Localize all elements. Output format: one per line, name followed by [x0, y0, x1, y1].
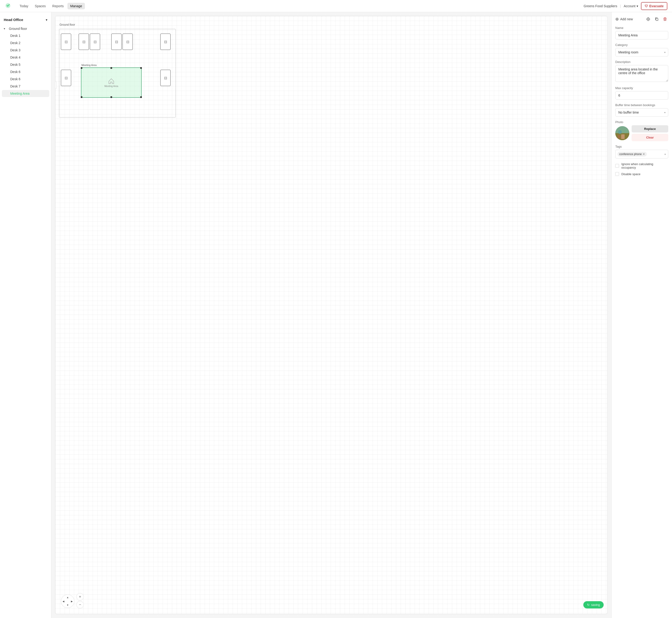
tags-input[interactable]: conference phone ✕ ▾ [615, 150, 668, 159]
target-icon-button[interactable] [645, 16, 652, 22]
desk-canvas-4[interactable]: ⊟ [111, 33, 121, 50]
tag-remove-button[interactable]: ✕ [643, 152, 645, 156]
sidebar-floor-ground[interactable]: ▾ Ground floor [0, 25, 51, 32]
desk-icon-4: ⊟ [115, 40, 118, 44]
desk-canvas-7[interactable]: ⊟ [61, 70, 71, 86]
sidebar-item-desk6a[interactable]: Desk 6 [2, 68, 49, 75]
evacuate-icon: 🛡 [645, 4, 648, 8]
building-selector[interactable]: Head Office ▾ [0, 16, 51, 25]
desk-icon-8: ⊟ [164, 76, 167, 80]
panel-header-icons [645, 16, 668, 22]
description-label: Description [615, 60, 668, 64]
name-input[interactable] [615, 31, 668, 39]
buffer-time-select[interactable]: No buffer time5 minutes10 minutes15 minu… [615, 108, 668, 117]
tags-dropdown-icon: ▾ [665, 153, 666, 156]
sidebar-item-desk7[interactable]: Desk 7 [2, 83, 49, 90]
category-select-wrapper: Meeting roomOfficeBreakoutHot deskPrivat… [615, 48, 668, 57]
desk-canvas-6[interactable]: ⊟ [160, 33, 171, 50]
zoom-out-button[interactable]: − [76, 601, 84, 608]
buffer-time-select-wrapper: No buffer time5 minutes10 minutes15 minu… [615, 108, 668, 117]
svg-rect-10 [621, 134, 624, 139]
desk-icon-1: ⊟ [65, 40, 68, 44]
resize-handle-b[interactable] [110, 96, 112, 98]
sidebar: Head Office ▾ ▾ Ground floor Desk 1 Desk… [0, 12, 51, 618]
nav-manage[interactable]: Manage [67, 3, 85, 9]
desk-canvas-5[interactable]: ⊟ [122, 33, 133, 50]
sidebar-item-desk1[interactable]: Desk 1 [2, 32, 49, 39]
resize-handle-tr[interactable] [140, 67, 142, 69]
evacuate-button[interactable]: 🛡 Evacuate [641, 2, 667, 10]
disable-space-row[interactable]: Disable space [615, 172, 668, 176]
svg-rect-11 [618, 135, 620, 138]
company-name: Greens Food Suppliers [584, 4, 617, 8]
sidebar-item-desk3[interactable]: Desk 3 [2, 46, 49, 54]
desk-icon-3: ⊟ [94, 40, 97, 44]
floor-plan-label: Ground floor [60, 23, 75, 26]
ignore-occupancy-checkbox[interactable] [615, 164, 619, 168]
tag-conference-phone: conference phone ✕ [617, 152, 647, 157]
building-name: Head Office [4, 18, 23, 22]
sidebar-item-meeting-area[interactable]: Meeting Area [2, 90, 49, 97]
panel-header: ⊕ Add new [615, 16, 668, 22]
desk-icon-2: ⊟ [82, 40, 85, 44]
buffer-time-label: Buffer time between bookings [615, 103, 668, 107]
sidebar-item-desk6b[interactable]: Desk 6 [2, 76, 49, 83]
category-select[interactable]: Meeting roomOfficeBreakoutHot deskPrivat… [615, 48, 668, 57]
resize-handle-br[interactable] [140, 96, 142, 98]
nav-spaces[interactable]: Spaces [32, 3, 49, 9]
meeting-area-canvas-label: Meeting Area [81, 64, 97, 67]
desk-canvas-8[interactable]: ⊟ [160, 70, 171, 86]
ignore-occupancy-row[interactable]: Ignore when calculating occupancy [615, 162, 668, 169]
svg-point-9 [618, 130, 622, 134]
add-new-icon: ⊕ [615, 17, 619, 22]
saving-text: saving [591, 603, 600, 607]
pan-up-button[interactable]: ▲ [67, 596, 69, 599]
nav-controls: ▲ ▼ ◀ ▶ [61, 595, 75, 608]
floor-label: Ground floor [9, 27, 27, 30]
floor-collapse-icon: ▾ [4, 27, 7, 30]
desk-canvas-3[interactable]: ⊟ [90, 33, 100, 50]
main-layout: Head Office ▾ ▾ Ground floor Desk 1 Desk… [0, 12, 672, 618]
disable-space-checkbox[interactable] [615, 172, 619, 176]
delete-icon-button[interactable] [662, 16, 668, 22]
tag-label: conference phone [619, 152, 642, 156]
replace-photo-button[interactable]: Replace [632, 125, 668, 132]
account-menu[interactable]: Account ▾ [624, 4, 638, 8]
sidebar-item-desk2[interactable]: Desk 2 [2, 39, 49, 46]
resize-handle-t[interactable] [110, 67, 112, 69]
max-capacity-label: Max capacity [615, 86, 668, 90]
account-dropdown-icon: ▾ [637, 4, 638, 8]
pan-right-button[interactable]: ▶ [71, 600, 73, 603]
meeting-area-canvas[interactable]: Meeting Area Meeting Area [81, 68, 142, 98]
sidebar-item-desk4[interactable]: Desk 4 [2, 54, 49, 61]
sidebar-toggle[interactable]: ◀ [55, 81, 57, 89]
pan-down-button[interactable]: ▼ [67, 604, 69, 606]
desk-canvas-1[interactable]: ⊟ [61, 33, 71, 50]
photo-buttons: Replace Clear [632, 125, 668, 141]
pan-control: ▲ ▼ ◀ ▶ [61, 595, 74, 608]
resize-handle-bl[interactable] [81, 96, 82, 98]
photo-field-group: Photo Replace Clear [615, 120, 668, 141]
desk-icon-6: ⊟ [164, 40, 167, 44]
disable-space-label: Disable space [621, 172, 641, 176]
canvas-container[interactable]: Ground floor ⊟ ⊟ ⊟ ⊟ [55, 16, 608, 614]
nav-reports[interactable]: Reports [50, 3, 67, 9]
description-field-group: Description Meeting area located in the … [615, 60, 668, 83]
max-capacity-input[interactable] [615, 91, 668, 100]
resize-handle-tl[interactable] [81, 67, 82, 69]
photo-thumbnail [615, 126, 629, 140]
clear-photo-button[interactable]: Clear [632, 134, 668, 141]
nav-today[interactable]: Today [17, 3, 31, 9]
top-navigation: Today Spaces Reports Manage Greens Food … [0, 0, 672, 12]
duplicate-icon-button[interactable] [653, 16, 660, 22]
desk-icon-5: ⊟ [126, 40, 129, 44]
add-new-button[interactable]: ⊕ Add new [615, 17, 633, 22]
right-panel: ⊕ Add new [611, 12, 672, 618]
desk-canvas-2[interactable]: ⊟ [79, 33, 89, 50]
desk-icon-7: ⊟ [65, 76, 68, 80]
name-label: Name [615, 26, 668, 30]
sidebar-item-desk5[interactable]: Desk 5 [2, 61, 49, 68]
zoom-in-button[interactable]: + [76, 593, 84, 601]
description-input[interactable]: Meeting area located in the centre of th… [615, 65, 668, 82]
pan-left-button[interactable]: ◀ [63, 600, 64, 603]
